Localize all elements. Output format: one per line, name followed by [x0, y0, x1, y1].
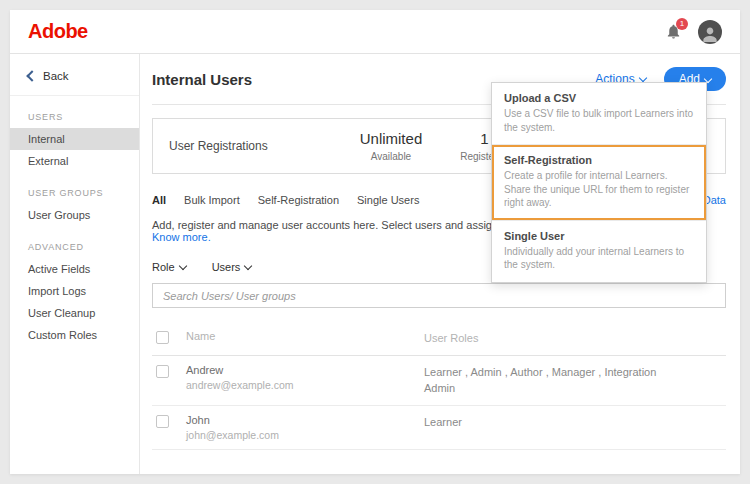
- tab-all[interactable]: All: [152, 194, 166, 206]
- table-header-row: Name User Roles: [152, 322, 726, 356]
- notification-badge: 1: [676, 18, 688, 30]
- role-filter[interactable]: Role: [152, 261, 186, 273]
- sidebar-item-user-groups[interactable]: User Groups: [10, 204, 139, 226]
- role-filter-label: Role: [152, 261, 175, 273]
- sidebar-item-active-fields[interactable]: Active Fields: [10, 258, 139, 280]
- tab-bulk-import[interactable]: Bulk Import: [184, 194, 240, 206]
- back-label: Back: [43, 70, 69, 82]
- dropdown-item-single-user[interactable]: Single User Individually add your intern…: [492, 221, 706, 282]
- chevron-down-icon: [638, 74, 646, 82]
- sidebar-section-advanced: ADVANCED: [10, 242, 139, 252]
- search-input[interactable]: [152, 283, 726, 308]
- select-all-checkbox[interactable]: [156, 331, 169, 344]
- sidebar: Back USERS Internal External USER GROUPS…: [10, 54, 140, 474]
- app-window: Adobe 1 Back USERS Internal External U: [10, 10, 740, 474]
- sidebar-item-external[interactable]: External: [10, 150, 139, 172]
- registrations-label: User Registrations: [169, 139, 268, 153]
- notifications-button[interactable]: 1: [665, 23, 682, 40]
- dropdown-item-description: Use a CSV file to bulk import Learners i…: [504, 107, 694, 134]
- user-name: John: [186, 414, 424, 426]
- person-icon: [700, 24, 720, 44]
- adobe-logo-text: Adobe: [28, 20, 88, 42]
- dropdown-item-title: Single User: [504, 230, 694, 242]
- back-button[interactable]: Back: [10, 54, 139, 96]
- row-checkbox[interactable]: [156, 365, 169, 378]
- dropdown-item-title: Self-Registration: [504, 154, 694, 166]
- dropdown-item-upload-csv[interactable]: Upload a CSV Use a CSV file to bulk impo…: [492, 83, 706, 145]
- dropdown-item-self-registration[interactable]: Self-Registration Create a profile for i…: [492, 145, 706, 221]
- page-title: Internal Users: [152, 71, 252, 88]
- users-filter-label: Users: [212, 261, 241, 273]
- chevron-down-icon: [178, 262, 186, 270]
- add-dropdown-menu: Upload a CSV Use a CSV file to bulk impo…: [491, 82, 707, 283]
- sidebar-section-user-groups: USER GROUPS: [10, 188, 139, 198]
- row-checkbox[interactable]: [156, 415, 169, 428]
- users-filter[interactable]: Users: [212, 261, 252, 273]
- chevron-down-icon: [244, 262, 252, 270]
- header-right: 1: [665, 20, 722, 44]
- dropdown-item-description: Individually add your internal Learners …: [504, 245, 694, 272]
- chevron-left-icon: [26, 70, 37, 81]
- top-header: Adobe 1: [10, 10, 740, 54]
- users-table: Name User Roles Andrew andrew@example.co…: [152, 322, 726, 450]
- user-roles: Learner , Admin , Author , Manager , Int…: [424, 364, 726, 397]
- adobe-logo[interactable]: Adobe: [28, 20, 88, 43]
- know-more-link[interactable]: Know more.: [152, 231, 211, 243]
- user-roles: Learner: [424, 414, 726, 431]
- user-name: Andrew: [186, 364, 424, 376]
- sidebar-section-users: USERS: [10, 112, 139, 122]
- dropdown-item-description: Create a profile for internal Learners. …: [504, 169, 694, 210]
- screen: Adobe 1 Back USERS Internal External U: [0, 0, 750, 484]
- available-stat: Unlimited Available: [360, 130, 423, 162]
- dropdown-item-title: Upload a CSV: [504, 92, 694, 104]
- tab-self-registration[interactable]: Self-Registration: [258, 194, 339, 206]
- sidebar-item-custom-roles[interactable]: Custom Roles: [10, 324, 139, 346]
- table-row[interactable]: John john@example.com Learner: [152, 406, 726, 450]
- column-header-name: Name: [186, 330, 424, 342]
- sidebar-item-internal[interactable]: Internal: [10, 128, 139, 150]
- available-value: Unlimited: [360, 130, 423, 147]
- sidebar-item-user-cleanup[interactable]: User Cleanup: [10, 302, 139, 324]
- available-caption: Available: [360, 151, 423, 162]
- user-email: john@example.com: [186, 429, 424, 441]
- user-avatar[interactable]: [698, 20, 722, 44]
- tab-single-users[interactable]: Single Users: [357, 194, 419, 206]
- sidebar-item-import-logs[interactable]: Import Logs: [10, 280, 139, 302]
- table-row[interactable]: Andrew andrew@example.com Learner , Admi…: [152, 356, 726, 406]
- column-header-user-roles: User Roles: [424, 330, 726, 347]
- user-email: andrew@example.com: [186, 379, 424, 391]
